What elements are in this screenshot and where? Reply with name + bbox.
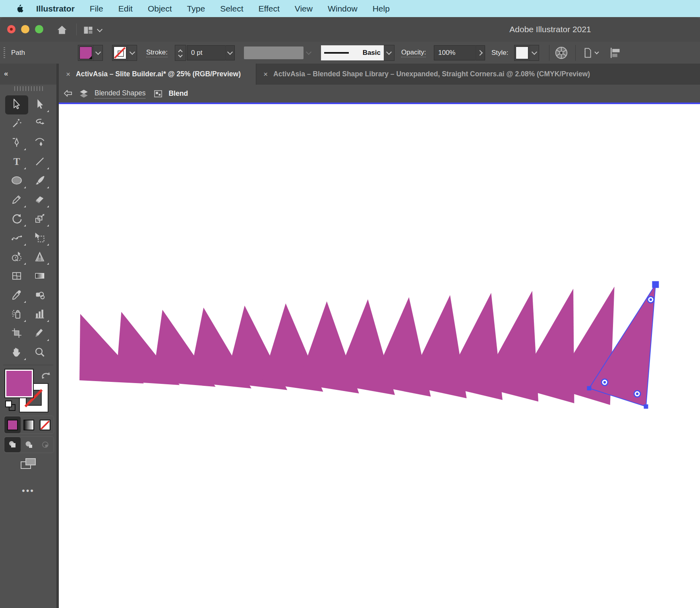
- document-setup-icon[interactable]: [581, 46, 594, 59]
- magic-wand-tool[interactable]: [5, 114, 28, 134]
- tab-close-icon[interactable]: ×: [263, 70, 268, 79]
- menu-item-type[interactable]: Type: [180, 4, 213, 14]
- symbol-sprayer-tool[interactable]: [5, 305, 28, 324]
- gradient-tool[interactable]: [28, 267, 51, 286]
- align-icon[interactable]: [609, 46, 622, 60]
- control-bar-grip[interactable]: [4, 47, 5, 58]
- type-icon: T: [11, 155, 23, 169]
- line-tool[interactable]: [28, 153, 51, 172]
- direct-selection-tool[interactable]: [28, 95, 51, 114]
- back-arrow-icon[interactable]: [63, 89, 73, 99]
- close-window-button[interactable]: [7, 25, 15, 33]
- menu-item-select[interactable]: Select: [213, 4, 251, 14]
- brush-definition-dropdown[interactable]: [244, 46, 304, 59]
- arrange-documents-button[interactable]: [83, 25, 102, 36]
- tab-close-icon[interactable]: ×: [66, 70, 70, 79]
- color-button[interactable]: [4, 416, 21, 433]
- artboard-tool[interactable]: [5, 324, 28, 343]
- menu-item-effect[interactable]: Effect: [251, 4, 287, 14]
- selection-tool[interactable]: [5, 95, 28, 114]
- eraser-tool[interactable]: [28, 191, 51, 210]
- fill-color-control[interactable]: [78, 45, 103, 61]
- anchor-handle[interactable]: [587, 386, 592, 391]
- screen-mode-icon[interactable]: [20, 457, 37, 471]
- stroke-weight-stepper[interactable]: [175, 45, 186, 61]
- edit-toolbar-button[interactable]: •••: [0, 486, 56, 496]
- eyedropper-tool[interactable]: [5, 286, 28, 305]
- rotate-icon: [11, 213, 23, 226]
- menu-item-window[interactable]: Window: [320, 4, 365, 14]
- default-fill-stroke-icon[interactable]: [5, 401, 16, 412]
- stroke-weight-dropdown[interactable]: [225, 45, 234, 60]
- hand-tool[interactable]: [5, 343, 28, 362]
- ellipse-tool[interactable]: [5, 172, 28, 191]
- zoom-tool[interactable]: [28, 343, 51, 362]
- curvature-tool[interactable]: [28, 134, 51, 153]
- paintbrush-tool[interactable]: [28, 172, 51, 191]
- menu-item-illustrator[interactable]: Illustrator: [29, 4, 82, 14]
- opacity-label[interactable]: Opacity:: [401, 42, 426, 64]
- zoom-window-button[interactable]: [35, 25, 43, 33]
- mesh-icon: [11, 270, 23, 283]
- scale-tool[interactable]: [28, 210, 51, 229]
- draw-behind-button[interactable]: [21, 437, 37, 452]
- fill-color-dropdown[interactable]: [93, 45, 102, 60]
- draw-inside-button[interactable]: [37, 437, 53, 452]
- stroke-color-dropdown[interactable]: [128, 45, 137, 60]
- slice-tool[interactable]: [28, 324, 51, 343]
- collapse-panel-button[interactable]: «: [4, 69, 9, 78]
- opacity-value[interactable]: 100%: [434, 49, 476, 57]
- column-graph-tool[interactable]: [28, 305, 51, 324]
- artboard-canvas[interactable]: [59, 104, 700, 608]
- apple-logo-icon[interactable]: [15, 4, 25, 14]
- rotate-tool[interactable]: [5, 210, 28, 229]
- blend-tool[interactable]: [28, 286, 51, 305]
- menu-item-edit[interactable]: Edit: [111, 4, 140, 14]
- type-tool[interactable]: T: [5, 153, 28, 172]
- pen-tool[interactable]: [5, 134, 28, 153]
- tab-blended-shape-library[interactable]: × ActivAsia – Blended Shape Library – Un…: [256, 64, 700, 85]
- perspective-grid-tool[interactable]: [28, 248, 51, 267]
- menu-item-view[interactable]: View: [287, 4, 320, 14]
- graphic-style-dropdown[interactable]: [530, 45, 539, 60]
- breadcrumb-layer-link[interactable]: Blended Shapes: [95, 89, 145, 99]
- stroke-style-dropdown[interactable]: [384, 45, 394, 61]
- opacity-expand-button[interactable]: [476, 45, 485, 60]
- graphic-style-control[interactable]: [514, 45, 539, 61]
- fill-indicator[interactable]: [5, 370, 33, 397]
- mesh-tool[interactable]: [5, 267, 28, 286]
- none-button[interactable]: [37, 416, 53, 433]
- minimize-window-button[interactable]: [21, 25, 29, 33]
- swap-fill-stroke-icon[interactable]: [41, 370, 52, 381]
- stepper-down-icon[interactable]: [178, 53, 182, 57]
- stroke-color-swatch[interactable]: [114, 46, 126, 59]
- menu-item-file[interactable]: File: [82, 4, 111, 14]
- stroke-label[interactable]: Stroke:: [146, 42, 168, 64]
- tab-slite-builder[interactable]: × ActivAsia – Slite Builder.ai* @ 25% (R…: [59, 64, 256, 85]
- stroke-style-display[interactable]: Basic: [321, 45, 384, 60]
- draw-normal-button[interactable]: [4, 437, 21, 452]
- gradient-button[interactable]: [21, 416, 37, 433]
- panel-grip[interactable]: [14, 86, 43, 91]
- tab-label: ActivAsia – Blended Shape Library – Unex…: [273, 70, 590, 78]
- fill-color-swatch[interactable]: [79, 46, 92, 59]
- lasso-tool[interactable]: [28, 114, 51, 134]
- anchor-handle[interactable]: [652, 281, 659, 288]
- menu-item-object[interactable]: Object: [140, 4, 180, 14]
- anchor-handle[interactable]: [644, 405, 648, 409]
- stroke-weight-field[interactable]: 0 pt: [187, 45, 235, 60]
- home-icon[interactable]: [56, 23, 68, 36]
- recolor-artwork-icon[interactable]: [555, 46, 568, 60]
- menu-item-help[interactable]: Help: [365, 4, 397, 14]
- free-transform-tool[interactable]: [28, 229, 51, 248]
- corner-widget-dot: [650, 298, 652, 301]
- shape-builder-tool[interactable]: [5, 248, 28, 267]
- width-tool[interactable]: [5, 229, 28, 248]
- graphic-style-swatch[interactable]: [516, 46, 528, 59]
- opacity-field[interactable]: 100%: [434, 45, 485, 60]
- stroke-weight-value[interactable]: 0 pt: [187, 49, 225, 57]
- pencil-tool[interactable]: [5, 191, 28, 210]
- color-mode-buttons: [4, 416, 54, 434]
- stroke-color-control[interactable]: [112, 45, 137, 61]
- draw-normal-icon: [8, 440, 17, 449]
